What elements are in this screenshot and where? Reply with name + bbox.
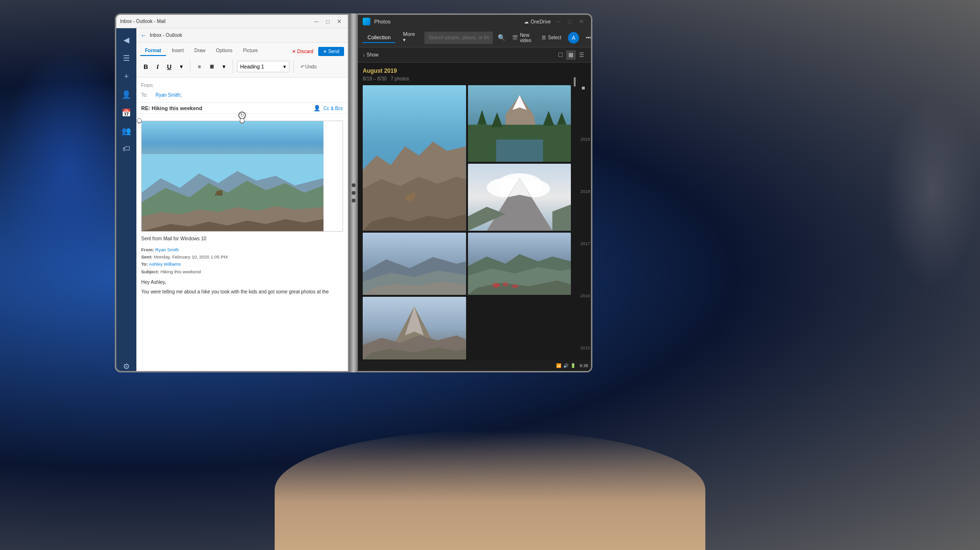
to-recipient[interactable]: Ryan Smith;: [156, 92, 181, 98]
nav-breadcrumb: Inbox - Outlook: [150, 33, 182, 38]
sent-from-text: Sent from Mail for Windows 10: [141, 236, 343, 242]
user-avatar[interactable]: A: [568, 32, 579, 44]
checkbox-view-button[interactable]: ☐: [556, 50, 565, 60]
person-icon[interactable]: 👤: [119, 87, 134, 102]
undo-button[interactable]: ↶ Undo: [298, 63, 320, 71]
outlook-nav-bar: ← Inbox - Outlook: [136, 28, 348, 43]
settings-icon[interactable]: ⚙: [119, 359, 134, 372]
original-subject-row: Subject: Hiking this weekend: [141, 268, 343, 275]
photos-content: August 2019 8/18 – 8/30 7 photos: [358, 63, 591, 372]
email-subject: RE: Hiking this weekend: [141, 105, 202, 111]
new-item-icon[interactable]: ＋: [119, 68, 134, 84]
ribbon-sep-3: [293, 60, 294, 73]
device-hinge: [349, 13, 358, 372]
photos-app-title: Photos: [374, 19, 390, 24]
cloud-icon: ☁: [524, 19, 529, 24]
tab-options[interactable]: Options: [211, 46, 237, 56]
photo-count: 7 photos: [390, 76, 409, 81]
svg-rect-25: [496, 140, 543, 162]
scroll-indicator[interactable]: [574, 77, 576, 87]
tab-draw[interactable]: Draw: [189, 46, 210, 56]
photo-tile-5[interactable]: [468, 233, 571, 295]
view-toggle: ☐ ⊞ ☰: [556, 50, 586, 60]
photos-maximize-button[interactable]: □: [565, 17, 575, 26]
photos-search-input[interactable]: [424, 32, 493, 44]
photo-tile-4[interactable]: [363, 233, 466, 295]
discard-button[interactable]: ✕ Discard: [289, 47, 316, 56]
minimize-button[interactable]: ─: [312, 17, 321, 26]
tab-collection[interactable]: Collection: [363, 33, 395, 43]
ribbon-format-buttons: B I U ▾ ≡ ≣ ▾ Heading 1 ▾ ↶ Undo: [136, 56, 348, 77]
bold-button[interactable]: B: [140, 61, 151, 72]
underline-dropdown[interactable]: ▾: [177, 62, 186, 72]
maximize-button[interactable]: □: [323, 17, 333, 26]
bullet-list-button[interactable]: ≡: [194, 62, 204, 71]
tab-format[interactable]: Format: [140, 46, 166, 56]
timeline-dot: [582, 87, 585, 90]
select-button[interactable]: ☰ Select: [538, 33, 565, 42]
photo-tile-6[interactable]: [363, 297, 466, 359]
email-to-row: To: Ryan Smith;: [141, 90, 343, 100]
ribbon-sep-2: [233, 60, 233, 73]
onedrive-button[interactable]: ☁ OneDrive: [524, 19, 551, 24]
photos-close-button[interactable]: ✕: [577, 17, 586, 26]
ribbon-tabs: Format Insert Draw Options Picture ✕ Dis…: [136, 43, 348, 56]
sent-date-row: Sent: Monday, February 10, 2020 1:05 PM: [141, 253, 343, 260]
grid-view-button[interactable]: ⊞: [566, 50, 576, 60]
inline-photo[interactable]: ↻: [141, 121, 343, 232]
calendar-icon[interactable]: 📅: [119, 105, 134, 120]
send-button[interactable]: ✈ Send: [318, 47, 344, 56]
back-arrow-icon[interactable]: ◀: [119, 32, 134, 47]
heading-style-dropdown[interactable]: Heading 1 ▾: [237, 61, 290, 72]
close-button[interactable]: ✕: [334, 17, 344, 26]
svg-point-16: [411, 193, 416, 198]
hamburger-menu-icon[interactable]: ☰: [119, 50, 134, 66]
list-view-button[interactable]: ☰: [577, 50, 586, 60]
photo-tile-1[interactable]: [363, 85, 466, 231]
original-email-meta: From: Ryan Smith Sent: Monday, February …: [141, 246, 343, 275]
outlook-window-title: Inbox - Outlook - Mail: [120, 19, 166, 24]
down-arrow-icon: ↓: [363, 52, 365, 57]
list-dropdown[interactable]: ▾: [219, 62, 229, 72]
tab-picture[interactable]: Picture: [238, 46, 263, 56]
original-to-row: To: Ashley Williams: [141, 260, 343, 268]
tab-more[interactable]: More ▾: [398, 29, 420, 46]
system-tray: 📶 🔊 🔋: [556, 363, 576, 368]
show-button[interactable]: ↓ Show: [363, 52, 379, 57]
photos-minimize-button[interactable]: ─: [554, 17, 563, 26]
people-group-icon[interactable]: 👥: [119, 123, 134, 138]
email-from-row: From:: [141, 80, 343, 90]
italic-button[interactable]: I: [153, 61, 162, 72]
left-screen-outlook: Inbox - Outlook - Mail ─ □ ✕ ◀ ☰ ＋ 👤 📅 👥…: [115, 13, 349, 372]
numbered-list-button[interactable]: ≣: [206, 62, 217, 72]
back-button[interactable]: ←: [140, 32, 147, 39]
email-greeting: Hey Ashley, You were telling me about a …: [141, 279, 343, 295]
svg-rect-7: [215, 194, 216, 196]
tag-icon[interactable]: 🏷: [119, 141, 134, 157]
more-options-button[interactable]: •••: [582, 33, 592, 42]
year-2018: 2018: [580, 189, 590, 194]
svg-rect-10: [222, 194, 223, 196]
year-timeline: 2019 2018 2017 2016 2015: [577, 63, 591, 372]
photos-titlebar: Photos ☁ OneDrive ─ □ ✕: [358, 15, 591, 28]
photo-tile-3[interactable]: [468, 164, 571, 231]
photo-tile-2[interactable]: [468, 85, 571, 162]
heading-dropdown-chevron: ▾: [283, 64, 286, 70]
photos-app-icon: [363, 18, 370, 25]
outlook-titlebar: Inbox - Outlook - Mail ─ □ ✕: [116, 15, 348, 28]
underline-button[interactable]: U: [164, 61, 175, 72]
original-recipient-link[interactable]: Ashley Williams: [149, 261, 181, 267]
tab-insert[interactable]: Insert: [167, 46, 189, 56]
video-icon: 🎬: [512, 35, 518, 40]
inline-photo-image: [142, 121, 323, 231]
svg-point-43: [502, 282, 508, 286]
cc-bcc-button[interactable]: Cc & Bcc: [323, 106, 343, 111]
photos-sub-toolbar: ↓ Show ☐ ⊞ ☰: [358, 47, 591, 63]
email-headers: From: To: Ryan Smith;: [136, 78, 348, 103]
new-video-button[interactable]: 🎬 New video: [508, 31, 535, 45]
svg-point-44: [512, 284, 518, 288]
original-sender-link[interactable]: Ryan Smith: [156, 247, 179, 252]
resize-handle-bottom[interactable]: [240, 118, 245, 123]
person-icon-2: 👤: [313, 105, 321, 112]
resize-handle-bl[interactable]: [137, 118, 142, 123]
